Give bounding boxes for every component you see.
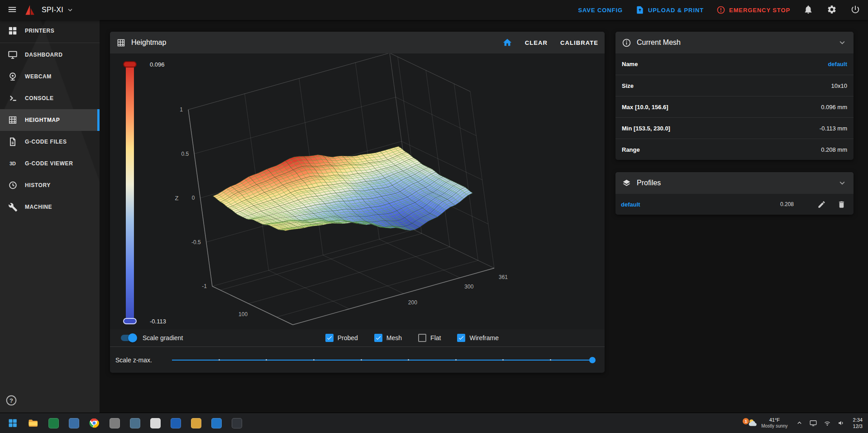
- app-root: SPI-XI SAVE CONFIG UPLOAD & PRINT EME: [0, 0, 868, 433]
- heightmap-3d-plot[interactable]: 10.50-0.5-1Z100200300361 0.096 -0.113: [110, 53, 605, 329]
- notifications-button[interactable]: [803, 5, 814, 15]
- svg-text:300: 300: [464, 284, 473, 290]
- slider-tick: [502, 359, 504, 361]
- taskbar-app-chrome[interactable]: [87, 416, 101, 430]
- sidebar-item-dashboard[interactable]: DASHBOARD: [0, 44, 100, 66]
- checkbox-box[interactable]: [325, 334, 334, 342]
- clear-button[interactable]: CLEAR: [525, 39, 548, 46]
- profile-name-link[interactable]: default: [621, 201, 776, 208]
- wifi-icon: [823, 419, 831, 427]
- sidebar-item-gcode-files[interactable]: G-CODE FILES: [0, 131, 100, 153]
- sidebar-item-webcam[interactable]: WEBCAM: [0, 66, 100, 87]
- taskbar-app-start[interactable]: [5, 416, 20, 430]
- checkbox-box[interactable]: [457, 334, 465, 342]
- taskbar-app-app-steel[interactable]: [128, 416, 142, 430]
- home-position-button[interactable]: [502, 38, 512, 48]
- sidebar-item-label: PRINTERS: [25, 28, 54, 34]
- sidebar-item-label: WEBCAM: [25, 73, 52, 80]
- svg-text:-1: -1: [202, 283, 207, 289]
- profiles-rows: default0.208: [615, 194, 854, 215]
- network-tray-button[interactable]: [823, 419, 832, 428]
- printer-select[interactable]: SPI-XI: [42, 6, 74, 14]
- hamburger-menu-button[interactable]: [7, 5, 17, 16]
- mesh-row-label: Range: [622, 146, 640, 153]
- profile-row[interactable]: default0.208: [615, 194, 854, 215]
- checkbox-mesh[interactable]: Mesh: [374, 334, 402, 342]
- alert-circle-icon: [716, 5, 725, 14]
- scale-z-slider[interactable]: [172, 353, 595, 367]
- display-tray-button[interactable]: [809, 419, 818, 428]
- taskbar-app-app-green[interactable]: [46, 416, 61, 430]
- current-mesh-rows: NamedefaultSize10x10Max [10.0, 156.6]0.0…: [615, 53, 854, 160]
- sidebar-item-heightmap[interactable]: HEIGHTMAP: [0, 109, 100, 131]
- home-icon: [502, 38, 512, 48]
- taskbar-app-app-dark[interactable]: [229, 416, 244, 430]
- slider-tick: [313, 359, 315, 361]
- taskbar-app-app-slate[interactable]: [67, 416, 81, 430]
- mesh-row-value: 0.096 mm: [821, 104, 847, 111]
- taskbar-app-app-light[interactable]: [148, 416, 162, 430]
- svg-text:0.5: 0.5: [181, 151, 189, 157]
- power-icon: [850, 5, 860, 14]
- mesh-row-value[interactable]: default: [828, 61, 847, 67]
- app-icon: [191, 418, 201, 428]
- checkbox-probed[interactable]: Probed: [325, 334, 358, 342]
- profiles-card: Profiles default0.208: [615, 172, 854, 215]
- sidebar-item-printers[interactable]: PRINTERS: [0, 20, 100, 42]
- checkbox-box[interactable]: [418, 334, 426, 342]
- main-content: Heightmap CLEAR CALIBRATE 10.50-0.5-1Z10…: [100, 20, 868, 413]
- colorbar-max-handle[interactable]: [123, 61, 137, 67]
- upload-print-button[interactable]: UPLOAD & PRINT: [635, 5, 704, 14]
- taskbar-app-app-blue[interactable]: [168, 416, 183, 430]
- checkbox-flat[interactable]: Flat: [418, 334, 441, 342]
- scale-z-label: Scale z-max.: [115, 356, 152, 364]
- help-button[interactable]: ?: [5, 395, 17, 406]
- calibrate-button[interactable]: CALIBRATE: [560, 39, 598, 46]
- settings-button[interactable]: [826, 5, 837, 15]
- slider-thumb[interactable]: [589, 357, 596, 363]
- toggle-thumb[interactable]: [128, 333, 137, 342]
- sidebar-item-gcode-viewer[interactable]: 3DG-CODE VIEWER: [0, 153, 100, 174]
- heightmap-icon: [8, 115, 18, 125]
- scale-gradient-toggle[interactable]: [121, 333, 136, 342]
- taskbar-app-app-amber[interactable]: [189, 416, 203, 430]
- mesh-info-row: Range0.208 mm: [615, 139, 854, 160]
- sidebar-item-console[interactable]: CONSOLE: [0, 87, 100, 109]
- checkbox-box[interactable]: [374, 334, 382, 342]
- surface-plot[interactable]: 10.50-0.5-1Z100200300361: [110, 53, 605, 329]
- clock-time: 2:34: [853, 417, 863, 423]
- edit-profile-button[interactable]: [814, 197, 829, 212]
- checkbox-wireframe[interactable]: Wireframe: [457, 334, 499, 342]
- app-logo-icon: [24, 4, 35, 16]
- slider-track[interactable]: [172, 360, 595, 361]
- chevron-down-icon: [837, 38, 847, 48]
- colorbar-min-handle[interactable]: [123, 318, 137, 324]
- gcode-viewer-icon: 3D: [8, 159, 18, 168]
- emergency-stop-button[interactable]: EMERGENCY STOP: [716, 5, 790, 14]
- volume-tray-button[interactable]: [837, 419, 846, 428]
- app-icon: [211, 418, 222, 428]
- power-button[interactable]: [850, 5, 861, 15]
- volume-icon: [837, 419, 845, 427]
- save-config-button[interactable]: SAVE CONFIG: [578, 7, 623, 14]
- checkbox-label: Probed: [338, 334, 358, 342]
- trash-icon: [837, 200, 846, 209]
- colorbar-min-label: -0.113: [150, 318, 166, 325]
- help-icon: ?: [5, 395, 17, 406]
- hidden-icons-button[interactable]: [795, 419, 804, 428]
- weather-desc: Mostly sunny: [761, 423, 787, 429]
- taskbar-app-file-explorer[interactable]: [26, 416, 40, 430]
- taskbar-app-app-azure[interactable]: [209, 416, 224, 430]
- sidebar-item-history[interactable]: HISTORY: [0, 174, 100, 196]
- taskbar-clock[interactable]: 2:34 12/3: [853, 417, 863, 430]
- app-icon: [110, 418, 120, 428]
- collapse-current-mesh-button[interactable]: [837, 38, 847, 48]
- chevron-down-icon: [837, 178, 847, 188]
- sidebar-item-machine[interactable]: MACHINE: [0, 196, 100, 218]
- weather-widget[interactable]: 1 41°F Mostly sunny: [747, 417, 789, 429]
- monitor-icon: [809, 419, 817, 427]
- taskbar-app-app-gray[interactable]: [107, 416, 122, 430]
- delete-profile-button[interactable]: [834, 197, 849, 212]
- collapse-profiles-button[interactable]: [837, 178, 847, 188]
- app-icon: [69, 418, 79, 428]
